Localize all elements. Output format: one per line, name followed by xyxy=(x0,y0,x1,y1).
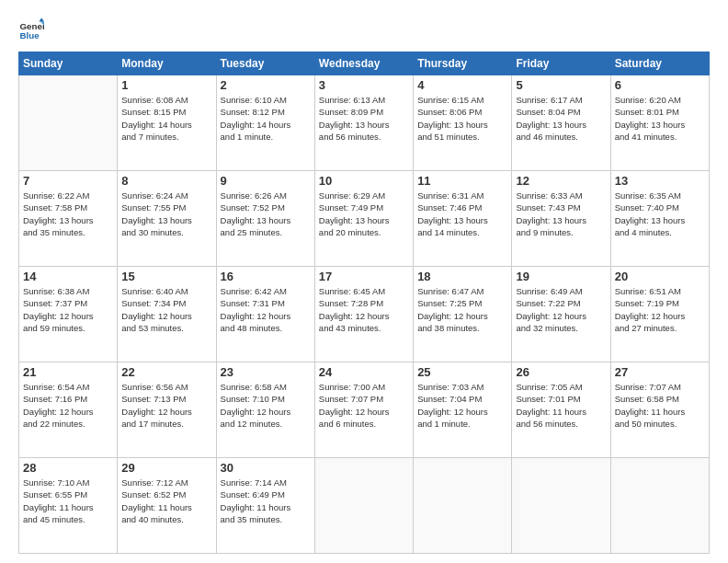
weekday-header-thursday: Thursday xyxy=(414,52,512,75)
header: General Blue xyxy=(18,17,710,42)
calendar-cell: 28Sunrise: 7:10 AM Sunset: 6:55 PM Dayli… xyxy=(19,458,118,554)
calendar-cell: 25Sunrise: 7:03 AM Sunset: 7:04 PM Dayli… xyxy=(414,362,512,458)
calendar-cell: 3Sunrise: 6:13 AM Sunset: 8:09 PM Daylig… xyxy=(314,75,413,171)
day-number: 1 xyxy=(121,78,211,92)
day-info: Sunrise: 6:15 AM Sunset: 8:06 PM Dayligh… xyxy=(417,94,507,143)
day-info: Sunrise: 6:47 AM Sunset: 7:25 PM Dayligh… xyxy=(417,285,507,334)
day-number: 3 xyxy=(319,78,409,92)
day-info: Sunrise: 7:07 AM Sunset: 6:58 PM Dayligh… xyxy=(615,381,705,430)
day-info: Sunrise: 7:14 AM Sunset: 6:49 PM Dayligh… xyxy=(221,477,311,525)
day-number: 25 xyxy=(417,365,507,379)
day-info: Sunrise: 6:40 AM Sunset: 7:34 PM Dayligh… xyxy=(121,285,211,334)
calendar-cell: 6Sunrise: 6:20 AM Sunset: 8:01 PM Daylig… xyxy=(610,75,709,171)
day-number: 4 xyxy=(417,78,507,92)
calendar-cell xyxy=(610,458,709,554)
day-number: 24 xyxy=(319,365,409,379)
calendar-cell: 16Sunrise: 6:42 AM Sunset: 7:31 PM Dayli… xyxy=(216,267,314,362)
calendar-cell: 4Sunrise: 6:15 AM Sunset: 8:06 PM Daylig… xyxy=(414,75,512,171)
day-info: Sunrise: 7:10 AM Sunset: 6:55 PM Dayligh… xyxy=(23,477,113,525)
day-number: 20 xyxy=(615,270,705,283)
logo: General Blue xyxy=(18,17,44,42)
day-info: Sunrise: 6:56 AM Sunset: 7:13 PM Dayligh… xyxy=(121,381,211,430)
week-row-3: 21Sunrise: 6:54 AM Sunset: 7:16 PM Dayli… xyxy=(19,362,710,458)
day-info: Sunrise: 6:22 AM Sunset: 7:58 PM Dayligh… xyxy=(23,190,113,238)
day-number: 18 xyxy=(417,270,507,283)
calendar-cell: 18Sunrise: 6:47 AM Sunset: 7:25 PM Dayli… xyxy=(414,267,512,362)
day-number: 2 xyxy=(221,78,311,92)
day-info: Sunrise: 6:54 AM Sunset: 7:16 PM Dayligh… xyxy=(23,381,113,430)
day-info: Sunrise: 6:10 AM Sunset: 8:12 PM Dayligh… xyxy=(221,94,311,143)
day-info: Sunrise: 6:17 AM Sunset: 8:04 PM Dayligh… xyxy=(516,94,606,143)
calendar-cell: 17Sunrise: 6:45 AM Sunset: 7:28 PM Dayli… xyxy=(314,267,413,362)
calendar-cell: 19Sunrise: 6:49 AM Sunset: 7:22 PM Dayli… xyxy=(512,267,610,362)
calendar-cell: 14Sunrise: 6:38 AM Sunset: 7:37 PM Dayli… xyxy=(19,267,118,362)
calendar-cell xyxy=(512,458,610,554)
logo-icon: General Blue xyxy=(18,17,44,42)
calendar-cell: 5Sunrise: 6:17 AM Sunset: 8:04 PM Daylig… xyxy=(512,75,610,171)
day-info: Sunrise: 6:51 AM Sunset: 7:19 PM Dayligh… xyxy=(615,285,705,334)
weekday-header-row: SundayMondayTuesdayWednesdayThursdayFrid… xyxy=(19,52,710,75)
day-info: Sunrise: 7:12 AM Sunset: 6:52 PM Dayligh… xyxy=(121,477,211,525)
calendar-cell: 13Sunrise: 6:35 AM Sunset: 7:40 PM Dayli… xyxy=(610,171,709,267)
day-number: 5 xyxy=(516,78,606,92)
day-number: 10 xyxy=(319,174,409,188)
week-row-4: 28Sunrise: 7:10 AM Sunset: 6:55 PM Dayli… xyxy=(19,458,710,554)
day-info: Sunrise: 6:49 AM Sunset: 7:22 PM Dayligh… xyxy=(516,285,606,334)
calendar-cell: 11Sunrise: 6:31 AM Sunset: 7:46 PM Dayli… xyxy=(414,171,512,267)
day-info: Sunrise: 6:35 AM Sunset: 7:40 PM Dayligh… xyxy=(615,190,705,238)
day-info: Sunrise: 6:42 AM Sunset: 7:31 PM Dayligh… xyxy=(221,285,311,334)
calendar-cell xyxy=(314,458,413,554)
calendar-cell: 10Sunrise: 6:29 AM Sunset: 7:49 PM Dayli… xyxy=(314,171,413,267)
day-info: Sunrise: 6:33 AM Sunset: 7:43 PM Dayligh… xyxy=(516,190,606,238)
calendar-cell: 15Sunrise: 6:40 AM Sunset: 7:34 PM Dayli… xyxy=(118,267,216,362)
calendar-cell: 29Sunrise: 7:12 AM Sunset: 6:52 PM Dayli… xyxy=(118,458,216,554)
weekday-header-friday: Friday xyxy=(512,52,610,75)
calendar-cell: 30Sunrise: 7:14 AM Sunset: 6:49 PM Dayli… xyxy=(216,458,314,554)
day-number: 13 xyxy=(615,174,705,188)
calendar-cell: 26Sunrise: 7:05 AM Sunset: 7:01 PM Dayli… xyxy=(512,362,610,458)
page: General Blue SundayMondayTuesdayWednesda… xyxy=(0,0,728,563)
calendar-cell: 21Sunrise: 6:54 AM Sunset: 7:16 PM Dayli… xyxy=(19,362,118,458)
day-info: Sunrise: 6:08 AM Sunset: 8:15 PM Dayligh… xyxy=(121,94,211,143)
day-number: 11 xyxy=(417,174,507,188)
day-info: Sunrise: 7:00 AM Sunset: 7:07 PM Dayligh… xyxy=(319,381,409,430)
day-number: 22 xyxy=(121,365,211,379)
day-info: Sunrise: 6:45 AM Sunset: 7:28 PM Dayligh… xyxy=(319,285,409,334)
day-info: Sunrise: 6:58 AM Sunset: 7:10 PM Dayligh… xyxy=(221,381,311,430)
day-number: 6 xyxy=(615,78,705,92)
day-number: 26 xyxy=(516,365,606,379)
svg-text:Blue: Blue xyxy=(19,30,40,40)
calendar-cell: 1Sunrise: 6:08 AM Sunset: 8:15 PM Daylig… xyxy=(118,75,216,171)
weekday-header-wednesday: Wednesday xyxy=(314,52,413,75)
day-number: 27 xyxy=(615,365,705,379)
calendar-cell: 23Sunrise: 6:58 AM Sunset: 7:10 PM Dayli… xyxy=(216,362,314,458)
day-number: 19 xyxy=(516,270,606,283)
week-row-1: 7Sunrise: 6:22 AM Sunset: 7:58 PM Daylig… xyxy=(19,171,710,267)
day-number: 14 xyxy=(23,270,113,283)
day-number: 12 xyxy=(516,174,606,188)
calendar-cell: 7Sunrise: 6:22 AM Sunset: 7:58 PM Daylig… xyxy=(19,171,118,267)
day-number: 23 xyxy=(221,365,311,379)
calendar-cell: 9Sunrise: 6:26 AM Sunset: 7:52 PM Daylig… xyxy=(216,171,314,267)
weekday-header-sunday: Sunday xyxy=(19,52,118,75)
svg-marker-2 xyxy=(39,17,44,21)
day-info: Sunrise: 6:24 AM Sunset: 7:55 PM Dayligh… xyxy=(121,190,211,238)
weekday-header-monday: Monday xyxy=(118,52,216,75)
day-info: Sunrise: 6:29 AM Sunset: 7:49 PM Dayligh… xyxy=(319,190,409,238)
calendar-table: SundayMondayTuesdayWednesdayThursdayFrid… xyxy=(18,52,710,554)
day-info: Sunrise: 7:05 AM Sunset: 7:01 PM Dayligh… xyxy=(516,381,606,430)
calendar-cell: 27Sunrise: 7:07 AM Sunset: 6:58 PM Dayli… xyxy=(610,362,709,458)
day-number: 9 xyxy=(221,174,311,188)
calendar-cell: 12Sunrise: 6:33 AM Sunset: 7:43 PM Dayli… xyxy=(512,171,610,267)
calendar-cell: 2Sunrise: 6:10 AM Sunset: 8:12 PM Daylig… xyxy=(216,75,314,171)
day-info: Sunrise: 6:26 AM Sunset: 7:52 PM Dayligh… xyxy=(221,190,311,238)
day-info: Sunrise: 6:20 AM Sunset: 8:01 PM Dayligh… xyxy=(615,94,705,143)
calendar-cell xyxy=(414,458,512,554)
day-number: 30 xyxy=(221,461,311,475)
calendar-cell: 8Sunrise: 6:24 AM Sunset: 7:55 PM Daylig… xyxy=(118,171,216,267)
weekday-header-saturday: Saturday xyxy=(610,52,709,75)
day-number: 21 xyxy=(23,365,113,379)
day-number: 7 xyxy=(23,174,113,188)
weekday-header-tuesday: Tuesday xyxy=(216,52,314,75)
day-number: 8 xyxy=(121,174,211,188)
